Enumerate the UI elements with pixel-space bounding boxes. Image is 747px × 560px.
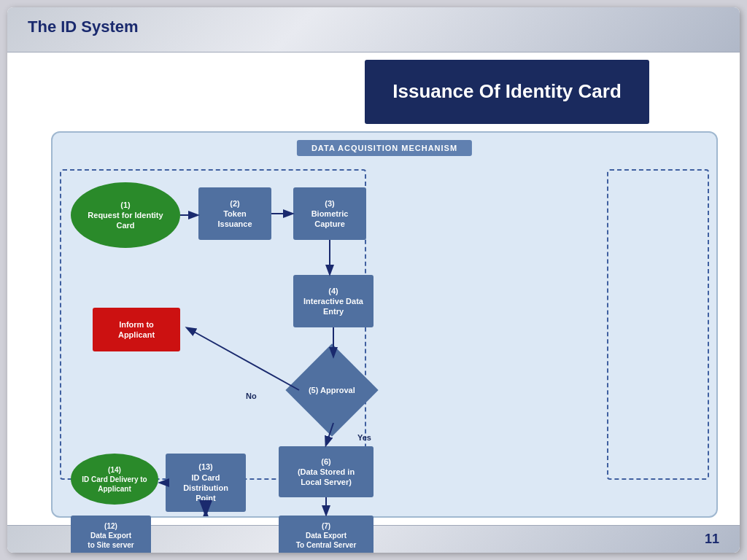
node-interactive-data-entry: (4) Interactive Data Entry	[293, 275, 374, 327]
title-box-text: Issuance Of Identity Card	[392, 80, 622, 103]
slide-title: The ID System	[28, 18, 139, 36]
title-box: Issuance Of Identity Card	[365, 60, 649, 124]
page-number: 11	[705, 532, 719, 547]
diagram-area: DATA ACQUISITION MECHANISM (1) Request f…	[51, 131, 718, 518]
node4-label: (4) Interactive Data Entry	[303, 286, 363, 317]
slide: The ID System 11 Issuance Of Identity Ca…	[7, 7, 740, 553]
dashed-right-region	[607, 169, 709, 480]
node-id-card-delivery: (14) ID Card Delivery to Applicant	[71, 454, 158, 505]
node12-label: (12) Data Export to Site server	[88, 521, 133, 550]
node14-label: (14) ID Card Delivery to Applicant	[82, 465, 147, 494]
label-no: No	[246, 392, 257, 400]
node-request-identity-card: (1) Request for Identity Card	[71, 182, 180, 248]
node-inform-applicant: Inform to Applicant	[93, 308, 180, 351]
node-token-issuance: (2) Token Issuance	[198, 187, 271, 240]
node6-label: (6) (Data Stored in Local Server)	[298, 456, 355, 488]
node-biometric-capture: (3) Biometric Capture	[293, 187, 366, 240]
node-data-export-central: (7) Data Export To Central Server	[279, 516, 374, 553]
node3-label: (3) Biometric Capture	[311, 198, 349, 230]
top-bar: The ID System	[7, 7, 740, 52]
dac-header: DATA ACQUISITION MECHANISM	[297, 140, 472, 156]
node13-label: (13) ID Card Distribution Point	[183, 462, 228, 503]
node5-label: (5) Approval	[309, 385, 355, 395]
label-yes: Yes	[357, 433, 371, 442]
node-data-export-site: (12) Data Export to Site server	[71, 516, 151, 553]
node-data-local-server: (6) (Data Stored in Local Server)	[279, 446, 374, 497]
node-id-card-distribution: (13) ID Card Distribution Point	[166, 454, 246, 512]
node7-label: (7) Data Export To Central Server	[296, 521, 357, 550]
node2-label: (2) Token Issuance	[217, 198, 252, 230]
inform-label: Inform to Applicant	[118, 319, 155, 341]
node1-label: (1) Request for Identity Card	[88, 200, 163, 231]
